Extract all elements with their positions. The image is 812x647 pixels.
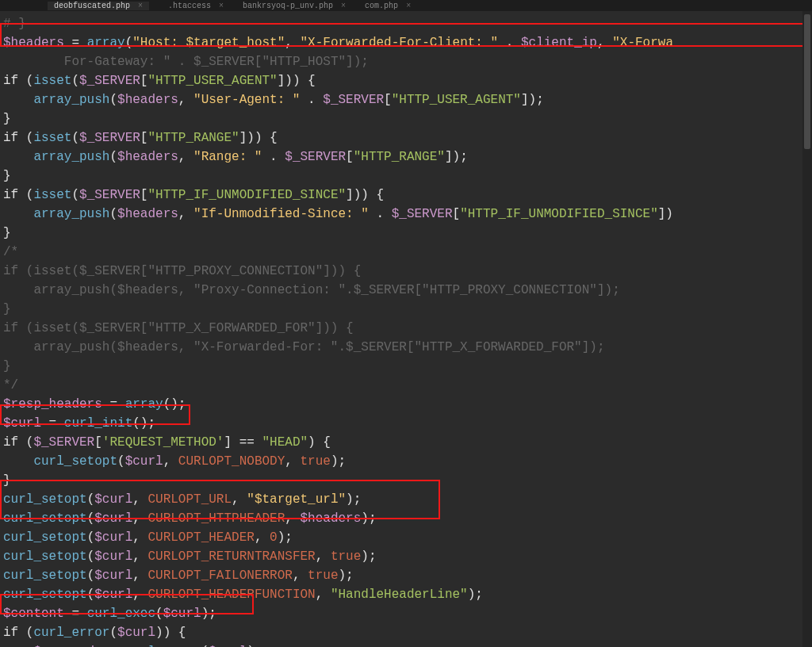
code-line[interactable]: array_push($headers, "Range: " . $_SERVE…: [3, 147, 812, 167]
code-line[interactable]: curl_setopt($curl, CURLOPT_HEADER, 0);: [3, 528, 812, 547]
code-token: }: [3, 359, 11, 373]
code-line[interactable]: */: [3, 376, 812, 395]
tab-label: .htaccess: [168, 2, 211, 10]
code-line[interactable]: /*: [3, 243, 812, 262]
code-line[interactable]: $resp_headers = array();: [3, 395, 812, 414]
code-line[interactable]: For-Gateway: " . $_SERVER["HTTP_HOST"]);: [3, 52, 812, 71]
code-token: /*: [3, 245, 18, 259]
close-icon[interactable]: ×: [406, 2, 411, 10]
close-icon[interactable]: ×: [219, 2, 224, 10]
code-token: [3, 207, 33, 221]
vertical-scrollbar-track[interactable]: [802, 11, 812, 647]
code-token: ();: [163, 397, 186, 412]
code-token: (: [109, 150, 117, 164]
code-token: (: [109, 207, 117, 221]
code-token: [: [140, 74, 148, 88]
code-token: */: [3, 378, 18, 392]
code-token: $curl: [94, 511, 132, 526]
editor-tab[interactable]: deobfuscated.php×: [48, 2, 149, 10]
code-token: (: [71, 131, 79, 145]
code-token: "HandleHeaderLine": [331, 588, 468, 602]
code-token: (: [109, 626, 117, 640]
code-line[interactable]: array_push($headers, "X-Forwarded-For: "…: [3, 338, 812, 357]
code-token: curl_setopt: [3, 492, 87, 507]
code-token: array_push: [33, 93, 109, 107]
code-token: );: [361, 511, 376, 526]
code-line[interactable]: $err_code = curl_errno($curl);: [3, 642, 812, 647]
code-token: $_SERVER: [285, 150, 346, 164]
code-line[interactable]: }: [3, 109, 812, 128]
code-token: ,: [285, 454, 300, 469]
code-token: ();: [132, 416, 155, 431]
code-line[interactable]: array_push($headers, "User-Agent: " . $_…: [3, 90, 812, 109]
code-token: "HTTP_RANGE": [147, 131, 239, 145]
code-token: CURLOPT_FAILONERROR: [147, 569, 292, 583]
tab-label: com.php: [365, 2, 398, 10]
code-line[interactable]: if ($_SERVER['REQUEST_METHOD'] == "HEAD"…: [3, 433, 812, 452]
code-token: ,: [293, 569, 308, 583]
code-token: (: [87, 569, 95, 583]
code-token: (: [71, 74, 79, 88]
code-line[interactable]: array_push($headers, "If-Unmodified-Sinc…: [3, 205, 812, 224]
code-line[interactable]: if (isset($_SERVER["HTTP_X_FORWARDED_FOR…: [3, 319, 812, 338]
code-line[interactable]: $content = curl_exec($curl);: [3, 604, 812, 623]
code-token: "HTTP_HOST": [262, 55, 346, 69]
code-line[interactable]: if (isset($_SERVER["HTTP_PROXY_CONNECTIO…: [3, 262, 812, 281]
close-icon[interactable]: ×: [138, 2, 143, 10]
close-icon[interactable]: ×: [341, 2, 346, 10]
code-line[interactable]: curl_setopt($curl, CURLOPT_HTTPHEADER, $…: [3, 509, 812, 528]
code-token: array_push: [33, 207, 109, 221]
code-token: }: [3, 226, 11, 240]
code-token: [: [346, 150, 354, 164]
code-token: [3, 93, 33, 107]
code-line[interactable]: if (curl_error($curl)) {: [3, 623, 812, 642]
code-line[interactable]: curl_setopt($curl, CURLOPT_URL, "$target…: [3, 490, 812, 509]
code-token: CURLOPT_URL: [147, 492, 232, 507]
code-token: ,: [285, 36, 300, 50]
editor-tab[interactable]: .htaccess×: [168, 2, 224, 10]
code-line[interactable]: if (isset($_SERVER["HTTP_IF_UNMODIFIED_S…: [3, 186, 812, 205]
code-token: ,: [132, 588, 147, 602]
code-line[interactable]: }: [3, 224, 812, 243]
code-token: $curl: [117, 626, 155, 640]
code-token: $curl: [163, 607, 201, 621]
code-line[interactable]: curl_setopt($curl, CURLOPT_HEADERFUNCTIO…: [3, 585, 812, 604]
code-line[interactable]: $headers = array("Host: $target_host", "…: [3, 33, 812, 52]
vertical-scrollbar-thumb[interactable]: [804, 14, 810, 149]
code-line[interactable]: }: [3, 357, 812, 376]
code-line[interactable]: if (isset($_SERVER["HTTP_USER_AGENT"])) …: [3, 71, 812, 90]
code-token: isset: [33, 188, 71, 202]
code-token: For-Gateway: ": [3, 55, 170, 69]
code-line[interactable]: }: [3, 300, 812, 319]
code-token: if: [3, 188, 18, 202]
code-token: (: [18, 131, 33, 145]
editor-tabbar: deobfuscated.php×.htaccess×bankrsyoq-p_u…: [0, 0, 812, 11]
code-line[interactable]: }: [3, 167, 812, 186]
code-line[interactable]: curl_setopt($curl, CURLOPT_NOBODY, true)…: [3, 452, 812, 471]
code-token: ,: [178, 150, 193, 164]
code-token: (: [155, 607, 163, 621]
code-line[interactable]: # }: [3, 14, 812, 33]
code-token: $curl: [94, 549, 132, 564]
code-token: true: [331, 549, 361, 564]
code-token: ,: [132, 530, 147, 545]
code-token: $client_ip: [521, 36, 597, 50]
code-token: [: [384, 93, 392, 107]
code-line[interactable]: array_push($headers, "Proxy-Connection: …: [3, 281, 812, 300]
code-editor[interactable]: # }$headers = array("Host: $target_host"…: [0, 11, 812, 647]
editor-tab[interactable]: bankrsyoq-p_unv.php×: [243, 2, 346, 10]
code-line[interactable]: if (isset($_SERVER["HTTP_RANGE"])) {: [3, 128, 812, 147]
code-line[interactable]: curl_setopt($curl, CURLOPT_RETURNTRANSFE…: [3, 547, 812, 566]
code-line[interactable]: $curl = curl_init();: [3, 414, 812, 433]
code-token: (: [117, 454, 125, 469]
code-token: $resp_headers: [3, 397, 102, 412]
code-token: ])) {: [346, 188, 384, 202]
code-token: if: [3, 435, 18, 450]
code-token: $headers: [117, 93, 178, 107]
code-token: ])) {: [239, 131, 278, 145]
code-token: ,: [285, 511, 300, 526]
code-token: 'REQUEST_METHOD': [102, 435, 224, 450]
editor-tab[interactable]: com.php×: [365, 2, 411, 10]
code-line[interactable]: }: [3, 471, 812, 490]
code-line[interactable]: curl_setopt($curl, CURLOPT_FAILONERROR, …: [3, 566, 812, 585]
